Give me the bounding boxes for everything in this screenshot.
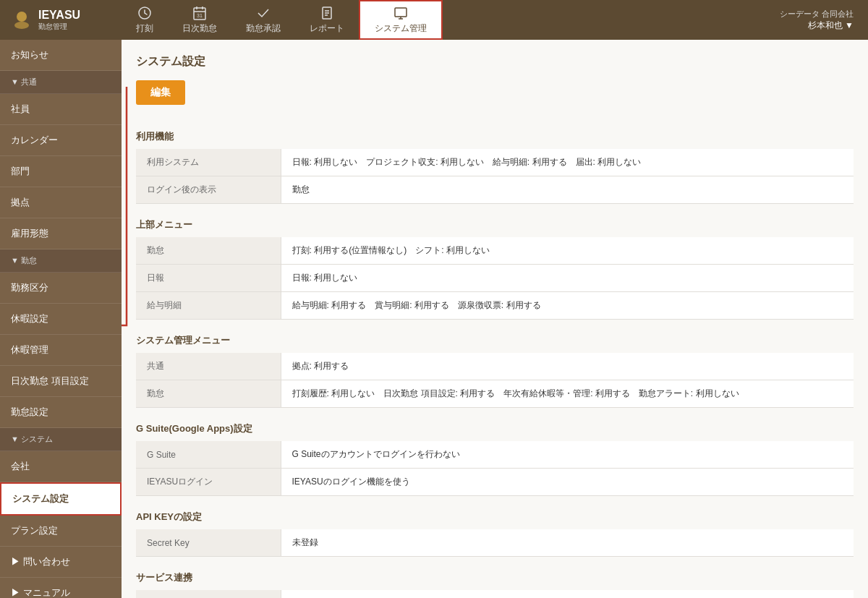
tab-レポート[interactable]: レポート (295, 0, 359, 40)
sidebar-item-お知らせ[interactable]: お知らせ (0, 40, 122, 71)
layout: お知らせ ▼ 共通 社員 カレンダー 部門 拠点 雇用形態 ▼ 勤怠 勤務区分 … (0, 40, 868, 598)
svg-point-1 (14, 22, 29, 29)
row-value: 給与明細: 利用する 賞与明細: 利用する 源泉徴収票: 利用する (281, 292, 854, 320)
tab-打刻[interactable]: 打刻 (122, 0, 168, 40)
sidebar-item-休暇管理[interactable]: 休暇管理 (0, 335, 122, 366)
table-row: G Suite G Suiteのアカウントでログインを行わない (136, 441, 854, 469)
sidebar-item-拠点[interactable]: 拠点 (0, 187, 122, 218)
sidebar-item-日次勤怠項目設定[interactable]: 日次勤怠 項目設定 (0, 366, 122, 397)
row-label: 勤怠 (136, 380, 281, 408)
table-row: freee 未連携 (136, 590, 854, 598)
sidebar-item-マニュアル[interactable]: ▶ マニュアル (0, 578, 122, 598)
section-gsuite: G Suite(Google Apps)設定 (136, 422, 854, 435)
sidebar-item-カレンダー[interactable]: カレンダー (0, 125, 122, 156)
table-row: 給与明細 給与明細: 利用する 賞与明細: 利用する 源泉徴収票: 利用する (136, 292, 854, 320)
table-gsuite: G Suite G Suiteのアカウントでログインを行わない IEYASUログ… (136, 441, 854, 496)
row-value: 日報: 利用しない プロジェクト収支: 利用しない 給与明細: 利用する 届出:… (281, 149, 854, 176)
svg-point-0 (17, 12, 27, 22)
row-value: 打刻: 利用する(位置情報なし) シフト: 利用しない (281, 237, 854, 265)
row-label: IEYASUログイン (136, 469, 281, 496)
table-row: 勤怠 打刻履歴: 利用しない 日次勤怠 項目設定: 利用する 年次有給休暇等・管… (136, 380, 854, 408)
table-row: 利用システム 日報: 利用しない プロジェクト収支: 利用しない 給与明細: 利… (136, 149, 854, 176)
logo-text: IEYASU (38, 9, 80, 22)
row-value: 未登録 (281, 529, 854, 557)
logo-icon (11, 9, 33, 31)
sidebar-item-社員[interactable]: 社員 (0, 94, 122, 125)
row-label: 共通 (136, 353, 281, 380)
sidebar-item-勤怠設定[interactable]: 勤怠設定 (0, 397, 122, 428)
table-service: freee 未連携 Smart HR 未連携 Slack Slack打刻を利用す… (136, 590, 854, 598)
row-value: G Suiteのアカウントでログインを行わない (281, 441, 854, 469)
tab-システム管理[interactable]: システム管理 (359, 0, 443, 40)
row-label: 利用システム (136, 149, 281, 176)
row-label: ログイン後の表示 (136, 176, 281, 204)
page-title: システム設定 (136, 54, 854, 69)
tab-日次勤怠[interactable]: 31 日次勤怠 (168, 0, 231, 40)
sidebar-section-システム: ▼ システム (0, 428, 122, 451)
section-システム管理メニュー: システム管理メニュー (136, 334, 854, 347)
table-上部メニュー: 勤怠 打刻: 利用する(位置情報なし) シフト: 利用しない 日報 日報: 利用… (136, 237, 854, 320)
sidebar-item-プラン設定[interactable]: プラン設定 (0, 516, 122, 547)
logo-area: IEYASU 勤怠管理 (0, 9, 122, 32)
arrow-overlay (122, 65, 152, 369)
table-利用機能: 利用システム 日報: 利用しない プロジェクト収支: 利用しない 給与明細: 利… (136, 149, 854, 204)
row-value: 日報: 利用しない (281, 265, 854, 292)
row-label: 日報 (136, 265, 281, 292)
header: IEYASU 勤怠管理 打刻 31 日次勤怠 勤怠承認 レポート システム管理 (0, 0, 868, 40)
table-row: 日報 日報: 利用しない (136, 265, 854, 292)
row-value: 打刻履歴: 利用しない 日次勤怠 項目設定: 利用する 年次有給休暇等・管理: … (281, 380, 854, 408)
row-value: IEYASUのログイン機能を使う (281, 469, 854, 496)
sidebar-item-休暇設定[interactable]: 休暇設定 (0, 304, 122, 335)
row-label: freee (136, 590, 281, 598)
table-row: ログイン後の表示 勤怠 (136, 176, 854, 204)
main-content: システム設定 編集 利用機能 利用システム 日報: 利用しない プロジェクト収支… (122, 40, 868, 598)
row-value: 勤怠 (281, 176, 854, 204)
table-システム管理メニュー: 共通 拠点: 利用する 勤怠 打刻履歴: 利用しない 日次勤怠 項目設定: 利用… (136, 353, 854, 408)
section-apikey: API KEYの設定 (136, 511, 854, 524)
sidebar-section-共通: ▼ 共通 (0, 71, 122, 94)
section-利用機能: 利用機能 (136, 130, 854, 143)
sidebar: お知らせ ▼ 共通 社員 カレンダー 部門 拠点 雇用形態 ▼ 勤怠 勤務区分 … (0, 40, 122, 598)
table-row: Secret Key 未登録 (136, 529, 854, 557)
table-row: IEYASUログイン IEYASUのログイン機能を使う (136, 469, 854, 496)
row-label: Secret Key (136, 529, 281, 557)
svg-rect-6 (395, 8, 407, 17)
sidebar-item-部門[interactable]: 部門 (0, 156, 122, 187)
user-area: シーデータ 合同会社 杉本和也 ▼ (765, 9, 868, 32)
row-label: 勤怠 (136, 237, 281, 265)
svg-text:31: 31 (197, 13, 203, 18)
user-name[interactable]: 杉本和也 ▼ (780, 20, 854, 32)
section-service: サービス連携 (136, 571, 854, 584)
sidebar-section-勤怠: ▼ 勤怠 (0, 249, 122, 273)
sidebar-item-システム設定[interactable]: システム設定 (0, 482, 122, 516)
sidebar-item-勤務区分[interactable]: 勤務区分 (0, 273, 122, 304)
row-label: G Suite (136, 441, 281, 469)
sidebar-item-問い合わせ[interactable]: ▶ 問い合わせ (0, 547, 122, 578)
table-row: 共通 拠点: 利用する (136, 353, 854, 380)
logo-sub: 勤怠管理 (38, 22, 80, 32)
tab-勤怠承認[interactable]: 勤怠承認 (231, 0, 295, 40)
section-上部メニュー: 上部メニュー (136, 218, 854, 231)
row-label: 給与明細 (136, 292, 281, 320)
nav-tabs: 打刻 31 日次勤怠 勤怠承認 レポート システム管理 (122, 0, 765, 40)
sidebar-item-会社[interactable]: 会社 (0, 451, 122, 482)
row-value: 未連携 (281, 590, 854, 598)
row-value: 拠点: 利用する (281, 353, 854, 380)
table-apikey: Secret Key 未登録 (136, 529, 854, 557)
sidebar-item-雇用形態[interactable]: 雇用形態 (0, 218, 122, 249)
edit-button[interactable]: 編集 (136, 80, 185, 105)
company-name: シーデータ 合同会社 (780, 9, 854, 20)
table-row: 勤怠 打刻: 利用する(位置情報なし) シフト: 利用しない (136, 237, 854, 265)
